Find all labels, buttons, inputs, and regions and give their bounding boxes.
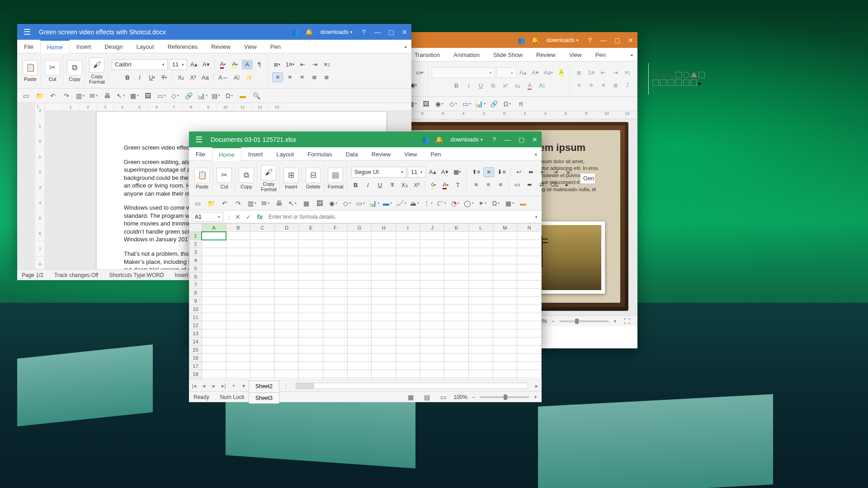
cell-I3[interactable] bbox=[396, 248, 420, 256]
cell-J9[interactable] bbox=[420, 297, 444, 305]
cell-N10[interactable] bbox=[517, 305, 542, 313]
cell-B10[interactable] bbox=[226, 305, 250, 313]
cell-I10[interactable] bbox=[396, 305, 420, 313]
share-icon[interactable]: 👥 bbox=[515, 32, 528, 48]
mail-icon[interactable]: ✉▾ bbox=[259, 198, 271, 209]
cell-B15[interactable] bbox=[226, 346, 250, 354]
subscript-button[interactable]: X₂ bbox=[399, 180, 410, 190]
cell-C13[interactable] bbox=[250, 329, 275, 338]
cell-A13[interactable] bbox=[202, 329, 226, 338]
cell-M3[interactable] bbox=[493, 248, 517, 256]
numbering-button[interactable]: 1≡▾ bbox=[284, 60, 296, 70]
chart-bar-icon[interactable]: ▬▾ bbox=[382, 198, 393, 209]
cell-C10[interactable] bbox=[250, 305, 275, 313]
font-size-combo[interactable]: ▾ bbox=[496, 67, 516, 78]
cell-E7[interactable] bbox=[299, 281, 323, 289]
row-header-13[interactable]: 13 bbox=[189, 329, 202, 338]
cell-F2[interactable] bbox=[323, 240, 348, 248]
cell-M12[interactable] bbox=[493, 321, 517, 329]
cell-C14[interactable] bbox=[250, 338, 275, 346]
tab-insert[interactable]: Insert bbox=[241, 147, 270, 160]
cell-D17[interactable] bbox=[274, 362, 299, 370]
tab-pen[interactable]: Pen bbox=[589, 48, 613, 61]
cell-C16[interactable] bbox=[250, 354, 275, 362]
align-vert-button[interactable]: ⇅ bbox=[635, 80, 646, 90]
shrink-font-button[interactable]: A▾ bbox=[530, 68, 541, 78]
merge-button[interactable]: ⬌ bbox=[526, 167, 537, 177]
cell-M15[interactable] bbox=[493, 346, 517, 354]
cell-E9[interactable] bbox=[299, 297, 323, 305]
minimize-button[interactable]: — bbox=[597, 32, 610, 48]
cell-D16[interactable] bbox=[274, 354, 299, 362]
tab-review[interactable]: Review bbox=[529, 48, 562, 61]
cell-G8[interactable] bbox=[347, 289, 372, 297]
symbol-icon[interactable]: Ω▾ bbox=[223, 90, 235, 101]
subscript-button[interactable]: X₂ bbox=[175, 73, 186, 83]
tab-design[interactable]: Design bbox=[98, 40, 129, 53]
cell-E1[interactable] bbox=[299, 232, 323, 240]
columns-button[interactable]: ▥ bbox=[635, 68, 646, 78]
cell-A11[interactable] bbox=[202, 313, 226, 321]
redo-icon[interactable]: ↷ bbox=[232, 198, 244, 209]
chart-icon[interactable]: 📊▾ bbox=[474, 99, 486, 109]
align-left-button[interactable]: ≡ bbox=[471, 180, 481, 190]
grow-font-button[interactable]: A▴ bbox=[189, 60, 199, 70]
tab-file[interactable]: File bbox=[17, 40, 40, 53]
cell-F3[interactable] bbox=[323, 248, 348, 256]
image-icon[interactable]: 🖼 bbox=[142, 90, 154, 101]
cell-K5[interactable] bbox=[444, 264, 469, 272]
cell-H5[interactable] bbox=[372, 264, 396, 272]
table-icon[interactable]: ▦▾ bbox=[128, 90, 140, 101]
pivot-icon[interactable]: ▦▾ bbox=[504, 198, 515, 209]
strike-button[interactable]: T bbox=[387, 180, 398, 190]
cell-B8[interactable] bbox=[226, 289, 250, 297]
cell-A17[interactable] bbox=[202, 362, 226, 370]
cell-L8[interactable] bbox=[468, 289, 493, 297]
cell-G13[interactable] bbox=[347, 329, 372, 338]
cell-C2[interactable] bbox=[250, 240, 275, 248]
dedent-button[interactable]: ⇤ bbox=[598, 68, 609, 78]
cell-D4[interactable] bbox=[274, 256, 299, 264]
pointer-icon[interactable]: ↖▾ bbox=[115, 90, 127, 101]
cell-M10[interactable] bbox=[493, 305, 517, 313]
cell-F8[interactable] bbox=[323, 289, 348, 297]
downloads-menu[interactable]: downloads▾ bbox=[446, 136, 487, 143]
tab-pen[interactable]: Pen bbox=[264, 40, 288, 53]
cell-H9[interactable] bbox=[372, 297, 396, 305]
image-icon[interactable]: 🖼 bbox=[314, 198, 326, 209]
paste-button[interactable]: 📋 bbox=[23, 60, 38, 75]
cell-M17[interactable] bbox=[493, 362, 517, 370]
name-box[interactable]: A1▾ bbox=[192, 212, 223, 222]
textbox-icon[interactable]: ▭▾ bbox=[156, 90, 167, 101]
indent-button[interactable]: ⇥ bbox=[310, 60, 321, 70]
valign-mid-button[interactable]: ≡ bbox=[483, 167, 494, 177]
minimize-button[interactable]: — bbox=[371, 24, 384, 40]
close-button[interactable]: ✕ bbox=[398, 24, 411, 40]
cell-J14[interactable] bbox=[420, 338, 444, 346]
cell-N11[interactable] bbox=[517, 313, 542, 321]
cell-G19[interactable] bbox=[347, 378, 372, 380]
view-normal-icon[interactable]: ▦ bbox=[405, 392, 416, 403]
cell-N8[interactable] bbox=[517, 289, 542, 297]
cell-I4[interactable] bbox=[396, 256, 420, 264]
align-right-button[interactable]: ≡ bbox=[495, 180, 506, 190]
tab-next-button[interactable]: ▸ bbox=[209, 383, 219, 389]
print-icon[interactable]: 🖶 bbox=[101, 90, 113, 101]
merge-center-button[interactable]: ⬌ bbox=[524, 180, 535, 190]
cell-I5[interactable] bbox=[396, 264, 420, 272]
bell-icon[interactable]: 🔔 bbox=[433, 131, 446, 147]
text-effects-button[interactable]: ✨ bbox=[244, 73, 255, 83]
cell-E3[interactable] bbox=[299, 248, 323, 256]
tab-menu-button[interactable]: ▾ bbox=[239, 383, 249, 389]
row-header-9[interactable]: 9 bbox=[189, 297, 202, 305]
cell-D1[interactable] bbox=[274, 232, 299, 240]
highlight-icon[interactable]: ▬ bbox=[237, 90, 249, 101]
align-justify-button[interactable]: ≣ bbox=[610, 80, 621, 90]
underline-button[interactable]: U bbox=[476, 81, 486, 91]
cell-M8[interactable] bbox=[493, 289, 517, 297]
cell-B13[interactable] bbox=[226, 329, 250, 338]
cell-A16[interactable] bbox=[202, 354, 226, 362]
cell-G5[interactable] bbox=[347, 264, 372, 272]
cell-I11[interactable] bbox=[396, 313, 420, 321]
cell-G7[interactable] bbox=[347, 281, 372, 289]
